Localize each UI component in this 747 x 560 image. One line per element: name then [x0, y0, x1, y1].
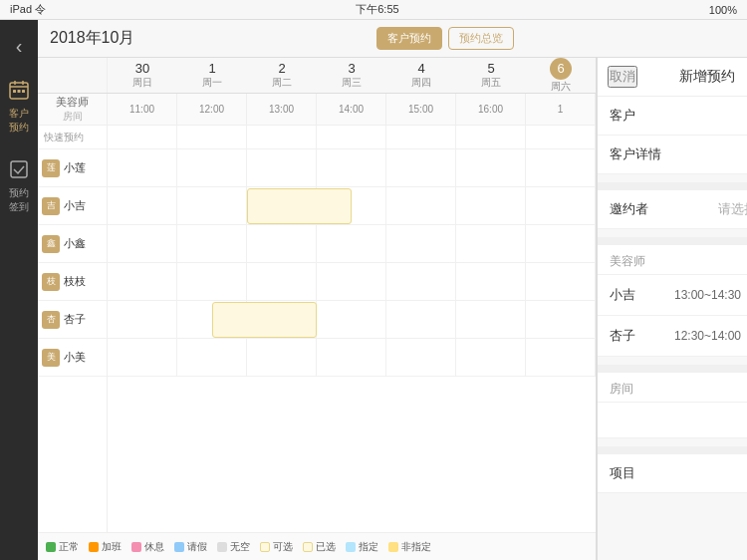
calendar-icon — [5, 76, 33, 104]
legend-non-designated: 非指定 — [388, 540, 431, 554]
inviter-value: 请选择邀约者 › — [718, 200, 747, 218]
fast-appt-row[interactable]: 快速预约 — [38, 126, 107, 149]
room-section-label: 房间 — [598, 373, 747, 403]
legend-leave: 请假 — [174, 540, 207, 554]
app: ‹ 客户预约 预约签 — [0, 20, 747, 560]
staff-row-xin[interactable]: 鑫 小鑫 — [38, 225, 107, 263]
inviter-section: 邀约者 请选择邀约者 › — [598, 190, 747, 229]
grid-row-mei — [108, 339, 596, 377]
sidebar-item-customer-appt[interactable]: 客户预约 — [0, 68, 38, 142]
customer-detail-row[interactable]: 客户详情 › — [598, 136, 747, 174]
week-day-1[interactable]: 1 周一 — [177, 58, 247, 94]
back-button[interactable]: ‹ — [11, 30, 28, 63]
staff-row-lian[interactable]: 莲 小莲 — [38, 149, 107, 187]
week-day-4[interactable]: 4 周四 — [386, 58, 456, 94]
fast-cell-3[interactable] — [317, 126, 386, 149]
grid-row-ji — [108, 187, 596, 225]
fast-cell-1[interactable] — [177, 126, 247, 149]
beautician-ji-time: 13:00~14:30 — [674, 288, 741, 302]
beautician-xingzi-time: 12:30~14:00 — [674, 329, 741, 343]
calendar-section: 30 周日 1 周一 2 周二 3 周三 — [38, 58, 747, 560]
appt-summary-tab[interactable]: 预约总览 — [448, 27, 514, 50]
svg-rect-4 — [13, 90, 16, 93]
project-row[interactable]: 项目 › — [598, 454, 747, 493]
sep-1 — [598, 182, 747, 190]
sidebar: ‹ 客户预约 预约签 — [0, 20, 38, 560]
room-empty-row[interactable] — [598, 403, 747, 438]
legend-dot-selected — [303, 542, 313, 552]
time-14: 14:00 — [317, 94, 386, 125]
appt-xingzi[interactable] — [212, 302, 317, 338]
room-section: 房间 — [598, 373, 747, 438]
avatar-xingzi: 杏 — [42, 311, 60, 329]
grid-body: 快速预约 莲 小莲 吉 小吉 鑫 小鑫 — [38, 126, 596, 532]
form-footer: + — [598, 496, 747, 560]
status-right: 100% — [709, 4, 737, 16]
beautician-xingzi-row[interactable]: 杏子 12:30~14:00 — [598, 316, 747, 357]
legend-dot-designated — [346, 542, 356, 552]
sidebar-item-appt-checkin[interactable]: 预约签到 — [0, 147, 38, 222]
grid-header: 美容师 房间 11:00 12:00 13:00 14:00 15:00 16:… — [38, 94, 596, 126]
beautician-section: 美容师 小吉 13:00~14:30 — [598, 245, 747, 357]
sep-2 — [598, 237, 747, 245]
legend-dot-normal — [46, 542, 56, 552]
staff-row-zhizhi[interactable]: 枝 枝枝 — [38, 263, 107, 301]
customer-section: 客户 美黛尔 › 客户详情 › — [598, 97, 747, 174]
staff-col-header: 美容师 房间 — [38, 94, 108, 125]
header-buttons: 客户预约 预约总览 — [376, 27, 514, 50]
sidebar-item-customer-label: 客户预约 — [5, 107, 33, 135]
week-day-5[interactable]: 5 周五 — [456, 58, 526, 94]
staff-row-ji[interactable]: 吉 小吉 — [38, 187, 107, 225]
beautician-ji-row[interactable]: 小吉 13:00~14:30 — [598, 275, 747, 316]
main-content: 2018年10月 客户预约 预约总览 新增预约 30 周日 — [38, 20, 747, 560]
legend-overtime: 加班 — [89, 540, 122, 554]
fast-cell-5[interactable] — [456, 126, 526, 149]
project-label: 项目 — [610, 464, 635, 482]
week-day-0[interactable]: 30 周日 — [108, 58, 177, 94]
time-11: 11:00 — [108, 94, 177, 125]
form-header: 取消 新增预约 保存 — [598, 58, 747, 97]
legend-rest: 休息 — [131, 540, 164, 554]
customer-label: 客户 — [610, 107, 635, 125]
week-day-2[interactable]: 2 周二 — [247, 58, 317, 94]
customer-appt-tab[interactable]: 客户预约 — [376, 27, 442, 50]
left-panel: 30 周日 1 周一 2 周二 3 周三 — [38, 58, 597, 560]
form-body: 客户 美黛尔 › 客户详情 › — [598, 97, 747, 496]
staff-row-mei[interactable]: 美 小美 — [38, 339, 107, 377]
fast-cell-0[interactable] — [108, 126, 177, 149]
fast-cell-2[interactable] — [247, 126, 317, 149]
legend-dot-rest — [131, 542, 141, 552]
customer-row[interactable]: 客户 美黛尔 › — [598, 97, 747, 136]
checkin-icon — [5, 155, 33, 183]
avatar-ji: 吉 — [42, 197, 60, 215]
sep-3 — [598, 365, 747, 373]
time-header-scroll: 11:00 12:00 13:00 14:00 15:00 16:00 1 — [108, 94, 596, 125]
right-panel: 取消 新增预约 保存 客户 美黛尔 › — [597, 58, 747, 560]
inviter-row[interactable]: 邀约者 请选择邀约者 › — [598, 190, 747, 229]
form-title: 新增预约 — [679, 68, 735, 86]
legend-full: 无空 — [217, 540, 250, 554]
customer-detail-label: 客户详情 — [610, 145, 661, 163]
form-cancel-button[interactable]: 取消 — [608, 66, 637, 88]
fast-cell-4[interactable] — [386, 126, 456, 149]
time-17: 1 — [526, 94, 596, 125]
time-12: 12:00 — [177, 94, 247, 125]
time-slots-header: 11:00 12:00 13:00 14:00 15:00 16:00 1 — [108, 94, 596, 125]
avatar-mei: 美 — [42, 349, 60, 367]
avatar-lian: 莲 — [42, 159, 60, 177]
project-section: 项目 › — [598, 454, 747, 493]
fast-cell-6[interactable] — [526, 126, 596, 149]
status-left: iPad 令 — [10, 2, 46, 17]
legend-available: 可选 — [260, 540, 293, 554]
staff-row-xingzi[interactable]: 杏 杏子 — [38, 301, 107, 339]
fast-time-row — [108, 126, 596, 149]
appt-ji[interactable] — [247, 188, 352, 224]
legend-dot-leave — [174, 542, 184, 552]
week-day-6[interactable]: 6 周六 — [526, 58, 596, 94]
time-15: 15:00 — [386, 94, 456, 125]
week-day-3[interactable]: 3 周三 — [317, 58, 386, 94]
legend-selected: 已选 — [303, 540, 336, 554]
staff-list: 快速预约 莲 小莲 吉 小吉 鑫 小鑫 — [38, 126, 108, 532]
time-16: 16:00 — [456, 94, 526, 125]
svg-rect-6 — [22, 90, 25, 93]
